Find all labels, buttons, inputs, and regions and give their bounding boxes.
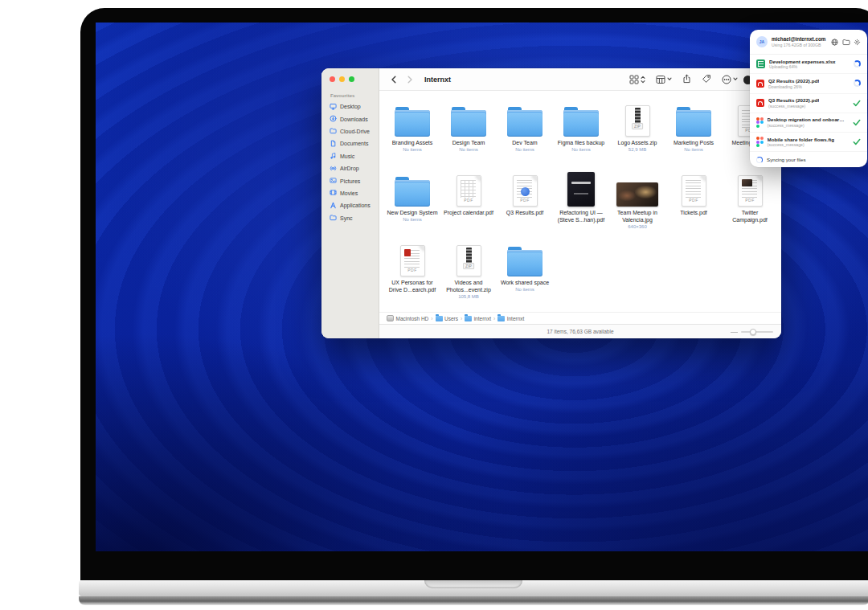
sync-item[interactable]: Desktop migration and onboardi... (succe…: [750, 113, 867, 133]
status-bar: 17 items, 76,63 GB available: [379, 324, 781, 338]
group-by-button[interactable]: [656, 75, 672, 84]
sync-popup-header: JA michael@internxt.com Using 176.42GB o…: [750, 30, 867, 55]
sidebar-item-movies[interactable]: Movies: [330, 187, 379, 199]
path-bar: Macintosh HD › Users › internxt › Intern…: [379, 312, 781, 324]
file-item[interactable]: ZIP Logo Assets.zip 52,9 MB: [609, 100, 665, 170]
file-item[interactable]: PDF Twitter Campaign.pdf: [722, 170, 778, 239]
icon-view-button[interactable]: [629, 75, 645, 84]
chevron-down-icon: [733, 77, 738, 81]
pdf-file-icon: PDF: [400, 245, 425, 276]
excel-file-icon: [756, 59, 765, 68]
close-window-button[interactable]: [330, 76, 335, 82]
laptop-front-edge: [79, 596, 868, 605]
share-button[interactable]: [682, 72, 691, 87]
tag-icon[interactable]: [702, 72, 711, 87]
folder-icon: [497, 316, 505, 321]
folder-icon: [465, 316, 472, 321]
chevron-down-icon: [667, 77, 672, 81]
sidebar-item-pictures[interactable]: Pictures: [330, 174, 379, 186]
document-icon: [330, 140, 337, 148]
open-folder-icon[interactable]: [842, 35, 850, 49]
file-item[interactable]: Work shared space No items: [497, 239, 553, 309]
minimize-window-button[interactable]: [339, 76, 345, 82]
sidebar-section-label: Favourites: [330, 93, 379, 98]
file-item[interactable]: Branding Assets No items: [384, 100, 440, 170]
file-item[interactable]: Dev Team No items: [497, 100, 553, 170]
sync-item[interactable]: Mobile share folder flows.fig (success_m…: [750, 133, 867, 152]
desktop-icon: [330, 103, 337, 111]
file-item[interactable]: PDF Q3 Results.pdf: [497, 170, 553, 239]
folder-icon: [436, 316, 443, 321]
success-check-icon: [853, 119, 861, 126]
forward-button[interactable]: [407, 72, 413, 87]
globe-icon[interactable]: [831, 35, 838, 49]
pdf-file-icon: PDF: [738, 175, 763, 207]
pdf-file-icon: PDF: [682, 175, 706, 207]
breadcrumb-macintosh-hd[interactable]: Macintosh HD: [387, 315, 428, 321]
pictures-icon: [330, 177, 337, 185]
file-item[interactable]: Refactoring UI — (Steve S...han).pdf: [553, 170, 609, 239]
figma-file-icon: [756, 117, 764, 128]
laptop-base: [79, 580, 868, 596]
file-item[interactable]: PDF Tickets.pdf: [665, 170, 722, 239]
upload-spinner-icon: [854, 60, 861, 68]
sidebar-item-cloud-drive[interactable]: Cloud-Drive: [330, 125, 379, 137]
file-item[interactable]: PDF UX Personas for Drive D...earch.pdf: [384, 239, 440, 309]
file-item[interactable]: Design Team No items: [440, 100, 497, 170]
folder-icon: [330, 127, 337, 135]
back-button[interactable]: [391, 72, 397, 87]
sync-item[interactable]: Q2 Results (2022).pdf Downloading 26%: [750, 74, 867, 93]
slider-knob[interactable]: [750, 329, 756, 335]
breadcrumb-users[interactable]: Users: [436, 316, 458, 321]
sync-item[interactable]: Development expenses.xlsx Uploading 64%: [750, 55, 867, 74]
zip-file-icon: ZIP: [625, 105, 650, 137]
file-item[interactable]: ZIP Videos and Photos...event.zip 105,8 …: [440, 239, 497, 309]
book-cover-icon: [567, 172, 595, 207]
zip-file-icon: ZIP: [457, 245, 481, 276]
window-title: Internxt: [424, 76, 451, 84]
sync-status-footer: Syncing your files: [750, 152, 867, 167]
sync-folder-icon: [330, 214, 337, 222]
folder-icon: [395, 110, 430, 137]
laptop-lid-notch: [424, 580, 522, 588]
zoom-out-dash: [731, 332, 738, 334]
finder-toolbar: Internxt: [379, 68, 781, 91]
folder-icon: [507, 110, 542, 137]
icon-size-slider[interactable]: [741, 331, 773, 333]
movies-icon: [330, 189, 337, 197]
disk-icon: [387, 315, 394, 321]
folder-icon: [676, 110, 711, 137]
window-controls: [330, 76, 379, 82]
internxt-sync-popup: JA michael@internxt.com Using 176.42GB o…: [750, 30, 867, 167]
more-actions-button[interactable]: [722, 75, 738, 84]
file-item[interactable]: PDF Project calendar.pdf: [440, 170, 497, 239]
sidebar-item-music[interactable]: Music: [330, 150, 379, 162]
success-check-icon: [853, 100, 861, 107]
applications-icon: [330, 202, 337, 210]
pdf-file-icon: PDF: [457, 175, 481, 207]
file-grid: Branding Assets No items Design Team No …: [379, 91, 781, 312]
sidebar-item-applications[interactable]: Applications: [330, 199, 379, 211]
item-count-label: 17 items, 76,63 GB available: [547, 329, 613, 334]
avatar: JA: [756, 36, 768, 47]
folder-icon: [563, 110, 599, 137]
sidebar-item-downloads[interactable]: Downloads: [330, 113, 379, 125]
account-email: michael@internxt.com: [772, 36, 825, 43]
downloads-icon: [330, 115, 337, 123]
sidebar-item-airdrop[interactable]: AirDrop: [330, 162, 379, 174]
zoom-window-button[interactable]: [349, 76, 354, 82]
file-item[interactable]: Marketing Posts No items: [665, 100, 722, 170]
sync-item[interactable]: Q3 Results (2022).pdf (success_message): [750, 94, 867, 113]
breadcrumb-internxt-folder[interactable]: Internxt: [497, 316, 524, 321]
sidebar-item-desktop[interactable]: Desktop: [330, 100, 379, 113]
success-check-icon: [853, 138, 861, 145]
sync-status-label: Syncing your files: [767, 157, 806, 162]
file-item[interactable]: Team Meetup in Valencia.jpg 640×360: [609, 170, 665, 239]
storage-usage: Using 176.42GB of 300GB: [772, 43, 825, 47]
breadcrumb-internxt-home[interactable]: internxt: [465, 316, 491, 321]
settings-gear-icon[interactable]: [854, 35, 861, 49]
sidebar-item-sync[interactable]: Sync: [330, 212, 379, 224]
sidebar-item-documents[interactable]: Documents: [330, 137, 379, 149]
file-item[interactable]: Figma files backup No items: [553, 100, 609, 170]
file-item[interactable]: New Design System No items: [384, 170, 440, 239]
